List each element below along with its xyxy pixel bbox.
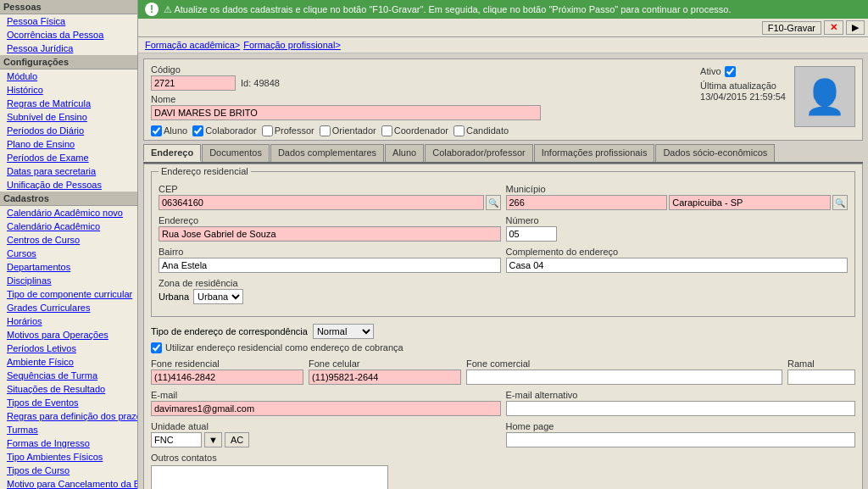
sidebar-item-disciplinas[interactable]: Disciplinas — [0, 274, 137, 287]
orientador-label: Orientador — [332, 125, 376, 136]
sidebar-item-historico[interactable]: Histórico — [0, 83, 137, 97]
fone-res-input[interactable] — [151, 370, 303, 385]
sidebar-item-tipo-componente[interactable]: Tipo de componente curricular — [0, 287, 137, 301]
sidebar-item-datas-secretaria[interactable]: Datas para secretaria — [0, 164, 137, 178]
fone-celular-field: Fone celular — [309, 358, 461, 385]
complemento-input[interactable] — [506, 258, 849, 273]
sidebar-item-amb-fisico[interactable]: Ambiente Físico — [0, 355, 137, 369]
homepage-input[interactable] — [506, 432, 856, 447]
email-field: E-mail — [151, 390, 501, 416]
nome-input[interactable] — [151, 105, 541, 120]
municipio-label: Município — [506, 184, 849, 194]
id-value: Id: 49848 — [241, 78, 280, 88]
close-button[interactable]: ✕ — [824, 20, 843, 35]
sidebar-section-cadastros: Cadastros Calendário Acadêmico novo Cale… — [0, 192, 137, 489]
tab-dados-socio[interactable]: Dados sócio-econômicos — [655, 144, 775, 162]
notif-icon: ! — [145, 3, 159, 16]
numero-input[interactable] — [506, 226, 557, 242]
sidebar-item-tipos-curso[interactable]: Tipos de Curso — [0, 464, 137, 477]
unidade-input[interactable] — [151, 432, 202, 447]
coordenador-label: Coordenador — [394, 125, 448, 136]
colaborador-checkbox[interactable] — [192, 125, 203, 136]
ramal-label: Ramal — [787, 358, 855, 369]
sidebar-item-periodos-exame[interactable]: Períodos de Exame — [0, 151, 137, 164]
unidade-ac-button[interactable]: AC — [225, 432, 249, 447]
sidebar-item-formas-ingresso[interactable]: Formas de Ingresso — [0, 436, 137, 450]
tab-informacoes-profissionais[interactable]: Informações profissionais — [534, 144, 655, 162]
sidebar-item-motivos-op[interactable]: Motivos para Operações — [0, 328, 137, 342]
bairro-input[interactable] — [159, 258, 501, 273]
tab-dados-complementares[interactable]: Dados complementares — [270, 144, 384, 162]
fone-com-input[interactable] — [466, 370, 782, 385]
zona-select[interactable]: Urbana Rural — [193, 289, 243, 304]
ramal-input[interactable] — [787, 370, 855, 385]
unidade-dropdown-button[interactable]: ▼ — [204, 432, 222, 447]
outros-contatos-textarea[interactable] — [151, 465, 388, 489]
sidebar-item-cal-academico-novo[interactable]: Calendário Acadêmico novo — [0, 206, 137, 219]
breadcrumb-formacao-academica[interactable]: Formação acadêmica> — [145, 40, 240, 50]
coordenador-checkbox[interactable] — [381, 125, 392, 136]
arrow-button[interactable]: ▶ — [846, 20, 865, 35]
fone-residencial-field: Fone residencial — [151, 358, 303, 385]
ativo-label: Ativo — [700, 66, 721, 76]
tab-aluno[interactable]: Aluno — [385, 144, 424, 162]
notification-bar: ! ⚠ Atualize os dados cadastrais e cliqu… — [138, 0, 868, 19]
sidebar-item-turmas[interactable]: Turmas — [0, 423, 137, 436]
cobranca-checkbox[interactable] — [151, 342, 162, 353]
sidebar-item-periodos-diario[interactable]: Períodos do Diário — [0, 124, 137, 137]
cep-input[interactable] — [159, 195, 484, 210]
sidebar-item-cursos[interactable]: Cursos — [0, 247, 137, 260]
sidebar-item-pessoa-fisica[interactable]: Pessoa Física — [0, 14, 137, 28]
sidebar-item-grades[interactable]: Grades Curriculares — [0, 301, 137, 314]
sidebar-item-cal-academico[interactable]: Calendário Acadêmico — [0, 219, 137, 233]
municipio-search-button[interactable]: 🔍 — [832, 195, 848, 210]
tab-colaborador-professor[interactable]: Colaborador/professor — [425, 144, 532, 162]
aluno-checkbox[interactable] — [151, 125, 162, 136]
outros-contatos-section: Outros contatos — [151, 453, 855, 489]
sidebar-item-tipo-amb-fisicos[interactable]: Tipo Ambientes Físicos — [0, 450, 137, 464]
endereco-input[interactable] — [159, 226, 501, 242]
sidebar: Pessoas Pessoa Física Ocorrências da Pes… — [0, 0, 138, 489]
sidebar-item-sit-resultado[interactable]: Situações de Resultado — [0, 382, 137, 396]
avatar-icon: 👤 — [804, 77, 846, 117]
sidebar-item-pessoa-juridica[interactable]: Pessoa Jurídica — [0, 42, 137, 55]
sidebar-item-modulo[interactable]: Módulo — [0, 69, 137, 83]
email-input[interactable] — [151, 401, 501, 416]
codigo-input[interactable] — [151, 75, 236, 91]
sidebar-item-tipos-eventos[interactable]: Tipos de Eventos — [0, 396, 137, 409]
cep-label: CEP — [159, 184, 501, 194]
municipio-id-input[interactable] — [506, 195, 668, 210]
sidebar-item-ocorrencias[interactable]: Ocorrências da Pessoa — [0, 28, 137, 42]
sidebar-item-subnivel[interactable]: Subnível de Ensino — [0, 110, 137, 124]
tab-endereco[interactable]: Endereço — [143, 144, 201, 162]
tab-documentos[interactable]: Documentos — [202, 144, 270, 162]
municipio-name-input[interactable] — [669, 195, 831, 210]
email-alt-input[interactable] — [506, 401, 856, 416]
arrow-icon: ▶ — [852, 22, 859, 33]
ativo-checkbox[interactable] — [725, 66, 736, 77]
sidebar-item-motivo-cancelamento[interactable]: Motivo para Cancelamento da Bolsa — [0, 477, 137, 489]
professor-checkbox[interactable] — [262, 125, 273, 136]
cep-search-button[interactable]: 🔍 — [486, 195, 501, 210]
sidebar-item-horarios[interactable]: Horários — [0, 314, 137, 328]
sidebar-item-seq-turma[interactable]: Sequências de Turma — [0, 369, 137, 382]
ultima-atualizacao-label: Última atualização — [700, 81, 786, 91]
sidebar-item-centros-curso[interactable]: Centros de Curso — [0, 233, 137, 247]
sidebar-item-periodos-letivos[interactable]: Períodos Letivos — [0, 342, 137, 355]
sidebar-item-unificacao[interactable]: Unificação de Pessoas — [0, 178, 137, 192]
tabs: Endereço Documentos Dados complementares… — [143, 144, 863, 164]
sidebar-item-regras-prazos[interactable]: Regras para definição dos prazos — [0, 409, 137, 423]
fone-com-label: Fone comercial — [466, 358, 782, 369]
candidato-checkbox[interactable] — [453, 125, 465, 136]
sidebar-item-plano-ensino[interactable]: Plano de Ensino — [0, 137, 137, 151]
fones-row: Fone residencial Fone celular Fone comer… — [151, 358, 855, 385]
email-label: E-mail — [151, 390, 501, 400]
f10-gravar-button[interactable]: F10-Gravar — [762, 21, 821, 35]
sidebar-item-regras-matricula[interactable]: Regras de Matrícula — [0, 97, 137, 110]
breadcrumb-formacao-profissional[interactable]: Formação profissional> — [243, 40, 341, 50]
tipo-corresp-select[interactable]: Normal Comercial Cobrança — [313, 324, 374, 339]
tab-content-endereco: Endereço residencial CEP 🔍 Município — [143, 164, 863, 489]
orientador-checkbox[interactable] — [320, 125, 331, 136]
fone-cel-input[interactable] — [309, 370, 461, 385]
sidebar-item-departamentos[interactable]: Departamentos — [0, 260, 137, 274]
